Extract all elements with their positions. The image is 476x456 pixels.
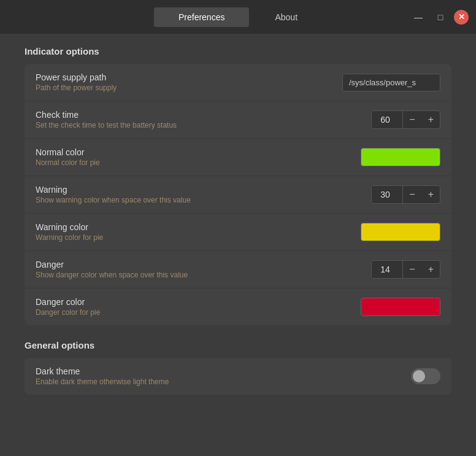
tab-bar: Preferences About [154,7,322,27]
warning-spinner: 30 − + [371,185,440,204]
warning-color-row: Warning color Warning color for pie [25,214,451,251]
dark-theme-label: Dark theme [36,366,411,376]
warning-desc: Show warning color when space over this … [36,196,371,204]
tab-preferences[interactable]: Preferences [154,7,249,27]
power-supply-label: Power supply path [36,72,342,82]
danger-value: 14 [372,261,402,278]
danger-color-label: Danger color [36,297,361,307]
dark-theme-toggle[interactable] [411,368,440,384]
close-button[interactable]: ✕ [454,10,469,25]
check-time-increment[interactable]: + [422,111,440,128]
dark-theme-desc: Enable dark theme otherwise light theme [36,377,411,386]
normal-color-label: Normal color [36,147,361,157]
minimize-button[interactable]: — [410,9,427,26]
danger-color-desc: Danger color for pie [36,308,361,317]
tab-about[interactable]: About [250,7,322,27]
warning-increment[interactable]: + [422,186,440,203]
indicator-options-card: Power supply path Path of the power supp… [25,64,451,325]
warning-color-desc: Warning color for pie [36,233,361,242]
check-time-desc: Set the check time to test the battery s… [36,121,371,129]
danger-color-button[interactable] [361,298,440,316]
dark-theme-row: Dark theme Enable dark theme otherwise l… [25,358,451,395]
danger-color-row: Danger color Danger color for pie [25,288,451,325]
window-controls: — □ ✕ [410,9,469,26]
check-time-spinner: 60 − + [371,110,440,129]
general-options-title: General options [25,340,451,350]
indicator-options-title: Indicator options [25,46,451,56]
warning-value: 30 [372,186,402,203]
general-options-card: Dark theme Enable dark theme otherwise l… [25,358,451,395]
warning-color-button[interactable] [361,223,440,241]
normal-color-desc: Normal color for pie [36,158,361,167]
toggle-track [411,368,440,384]
danger-row: Danger Show danger color when space over… [25,251,451,288]
warning-row: Warning Show warning color when space ov… [25,176,451,214]
danger-spinner: 14 − + [371,260,440,279]
danger-increment[interactable]: + [422,261,440,278]
danger-decrement[interactable]: − [403,261,421,278]
normal-color-row: Normal color Normal color for pie [25,139,451,176]
normal-color-button[interactable] [361,148,440,166]
power-supply-row: Power supply path Path of the power supp… [25,64,451,101]
warning-decrement[interactable]: − [403,186,421,203]
power-supply-input[interactable] [342,74,440,91]
check-time-row: Check time Set the check time to test th… [25,101,451,139]
warning-label: Warning [36,185,371,195]
check-time-value: 60 [372,111,402,128]
check-time-decrement[interactable]: − [403,111,421,128]
maximize-button[interactable]: □ [432,9,449,26]
titlebar: Preferences About — □ ✕ [0,0,476,34]
danger-label: Danger [36,260,371,269]
check-time-label: Check time [36,110,371,120]
danger-desc: Show danger color when space over this v… [36,271,371,279]
toggle-thumb [413,370,425,382]
power-supply-desc: Path of the power supply [36,83,342,92]
warning-color-label: Warning color [36,222,361,232]
main-content: Indicator options Power supply path Path… [0,34,476,456]
